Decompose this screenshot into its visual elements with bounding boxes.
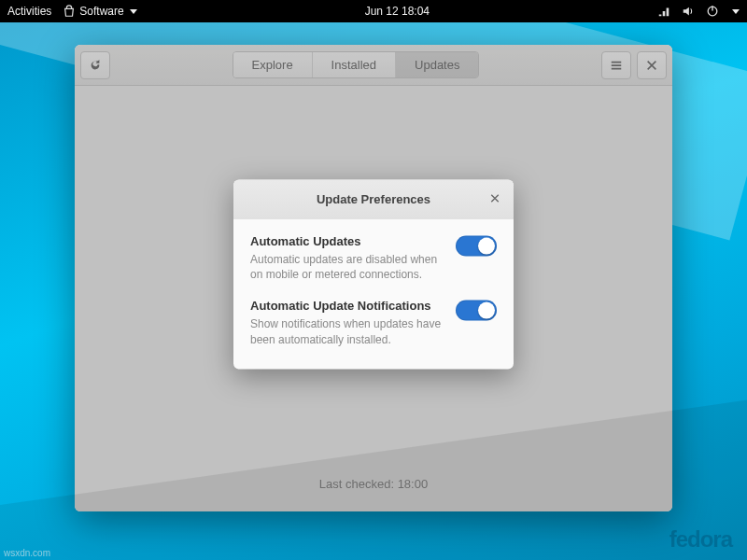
app-menu-label: Software bbox=[79, 5, 123, 18]
hamburger-menu-button[interactable] bbox=[601, 51, 631, 79]
activities-button[interactable]: Activities bbox=[7, 5, 51, 18]
dialog-titlebar: Update Preferences bbox=[233, 180, 514, 219]
pref-automatic-updates: Automatic Updates Automatic updates are … bbox=[250, 234, 497, 282]
window-close-button[interactable] bbox=[637, 51, 667, 79]
refresh-icon bbox=[89, 59, 102, 72]
desktop-wallpaper: fedora wsxdn.com Explore Installed Updat… bbox=[0, 22, 747, 560]
last-checked-label: Last checked: 18:00 bbox=[75, 477, 672, 491]
refresh-button[interactable] bbox=[80, 51, 110, 79]
system-menu-chevron-icon[interactable] bbox=[732, 9, 740, 14]
shopping-bag-icon bbox=[63, 5, 76, 18]
software-window: Explore Installed Updates Last checked: … bbox=[75, 45, 672, 511]
tab-updates[interactable]: Updates bbox=[396, 52, 478, 77]
close-icon bbox=[645, 59, 658, 72]
clock[interactable]: Jun 12 18:04 bbox=[137, 5, 657, 18]
dialog-close-button[interactable] bbox=[482, 186, 508, 212]
watermark: wsxdn.com bbox=[4, 548, 50, 558]
tab-explore[interactable]: Explore bbox=[233, 52, 313, 77]
pref-description: Automatic updates are disabled when on m… bbox=[250, 252, 444, 282]
distro-logo: fedora bbox=[669, 526, 732, 553]
dialog-body: Automatic Updates Automatic updates are … bbox=[233, 219, 514, 370]
dialog-title: Update Preferences bbox=[317, 192, 430, 206]
update-preferences-dialog: Update Preferences Automatic Updates Aut… bbox=[233, 180, 514, 370]
view-switcher: Explore Installed Updates bbox=[233, 51, 480, 78]
close-icon bbox=[489, 193, 500, 204]
automatic-updates-toggle[interactable] bbox=[456, 236, 497, 257]
svg-rect-1 bbox=[712, 6, 712, 10]
pref-description: Show notifications when updates have bee… bbox=[250, 316, 444, 346]
gnome-topbar: Activities Software Jun 12 18:04 bbox=[0, 0, 747, 22]
pref-automatic-update-notifications: Automatic Update Notifications Show noti… bbox=[250, 299, 497, 346]
network-icon[interactable] bbox=[657, 5, 670, 18]
tab-installed[interactable]: Installed bbox=[313, 52, 396, 77]
automatic-update-notifications-toggle[interactable] bbox=[456, 301, 497, 321]
pref-title: Automatic Updates bbox=[250, 234, 444, 248]
chevron-down-icon bbox=[130, 9, 137, 14]
hamburger-icon bbox=[610, 59, 623, 72]
window-headerbar: Explore Installed Updates bbox=[75, 45, 672, 86]
power-icon[interactable] bbox=[706, 5, 719, 18]
volume-icon[interactable] bbox=[682, 5, 695, 18]
pref-title: Automatic Update Notifications bbox=[250, 299, 444, 313]
app-menu[interactable]: Software bbox=[63, 5, 136, 18]
